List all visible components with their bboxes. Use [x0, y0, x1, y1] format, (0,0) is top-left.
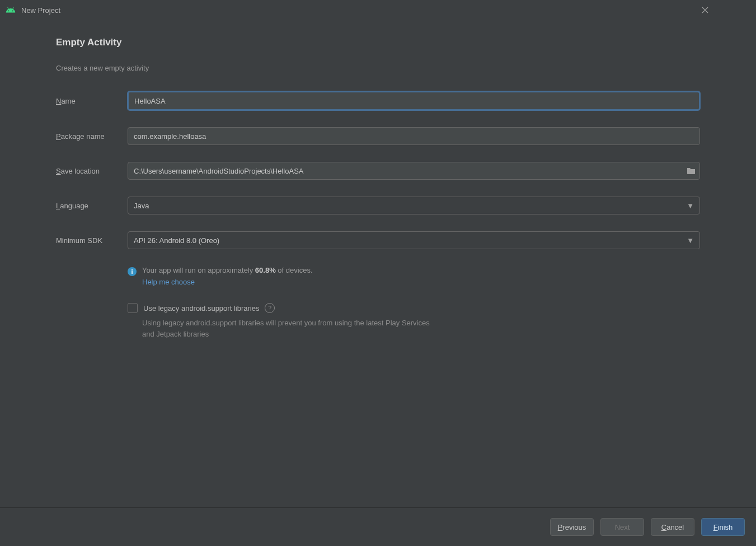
label-package: Package name [56, 132, 128, 141]
label-save-location: Save location [56, 167, 128, 175]
title-bar: New Project [0, 0, 716, 20]
chevron-down-icon: ▼ [687, 202, 694, 210]
coverage-text: Your app will run on approximately 60.8%… [142, 266, 313, 274]
min-sdk-select[interactable]: API 26: Android 8.0 (Oreo) ▼ [128, 231, 700, 249]
page-description: Creates a new empty activity [56, 64, 700, 72]
legacy-block: Use legacy android.support libraries ? U… [128, 303, 700, 339]
row-min-sdk: Minimum SDK API 26: Android 8.0 (Oreo) ▼ [56, 231, 700, 249]
save-location-input[interactable] [128, 167, 683, 175]
row-package: Package name [56, 127, 700, 145]
next-button: Next [600, 518, 644, 521]
min-sdk-value: API 26: Android 8.0 (Oreo) [134, 236, 219, 245]
page-title: Empty Activity [56, 37, 700, 48]
wizard-footer: Previous Next Cancel Finish [0, 507, 716, 521]
label-language: Language [56, 202, 128, 210]
close-button[interactable] [698, 3, 712, 17]
language-select[interactable]: Java ▼ [128, 197, 700, 214]
previous-button[interactable]: Previous [550, 518, 594, 521]
coverage-info: i Your app will run on approximately 60.… [128, 266, 700, 286]
help-me-choose-link[interactable]: Help me choose [142, 278, 313, 286]
row-language: Language Java ▼ [56, 197, 700, 214]
legacy-checkbox[interactable] [128, 303, 138, 313]
finish-button[interactable]: Finish [701, 518, 716, 521]
wizard-body: Empty Activity Creates a new empty activ… [0, 20, 716, 508]
close-icon [702, 7, 708, 13]
legacy-note: Using legacy android.support libraries w… [142, 318, 433, 339]
legacy-checkbox-row: Use legacy android.support libraries ? [128, 303, 700, 313]
language-value: Java [134, 202, 149, 210]
legacy-label: Use legacy android.support libraries [143, 304, 259, 312]
label-min-sdk: Minimum SDK [56, 236, 128, 245]
chevron-down-icon: ▼ [687, 236, 694, 245]
cancel-button[interactable]: Cancel [651, 518, 694, 521]
row-name: Name [56, 91, 700, 110]
save-location-field [128, 162, 700, 180]
package-input[interactable] [128, 127, 700, 145]
help-icon[interactable]: ? [265, 303, 275, 313]
android-icon [6, 5, 16, 15]
label-name: Name [56, 97, 128, 105]
info-icon: i [128, 267, 137, 276]
folder-icon [687, 167, 696, 175]
window-title: New Project [21, 6, 60, 15]
name-input[interactable] [128, 91, 700, 110]
browse-button[interactable] [683, 167, 699, 175]
row-save-location: Save location [56, 162, 700, 180]
